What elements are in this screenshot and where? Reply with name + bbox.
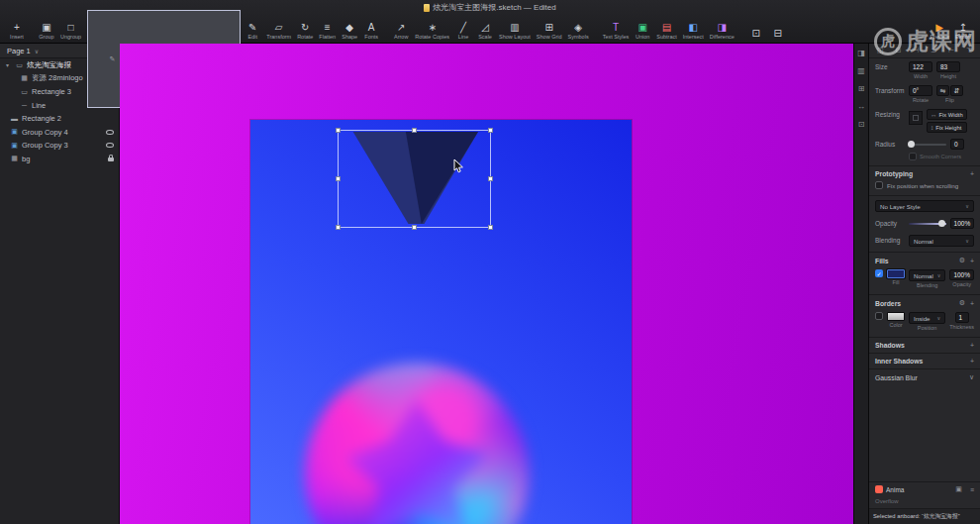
- subtract-button[interactable]: ▤ Subtract: [653, 20, 679, 42]
- selection-handle[interactable]: [412, 225, 417, 230]
- border-enabled-checkbox[interactable]: [875, 312, 883, 320]
- fix-position-checkbox[interactable]: [875, 181, 883, 189]
- fill-color-swatch[interactable]: [887, 269, 905, 278]
- line-button[interactable]: ╱ Line: [452, 20, 474, 42]
- rotate-button[interactable]: ↻ Rotate: [294, 20, 316, 42]
- align-left-icon[interactable]: ⊣: [913, 47, 919, 54]
- selection-handle[interactable]: [336, 225, 341, 230]
- menu-icon[interactable]: ≡: [970, 486, 974, 493]
- add-fill-icon[interactable]: +: [970, 258, 974, 264]
- add-prototype-icon[interactable]: +: [970, 170, 974, 177]
- artboard[interactable]: [250, 120, 632, 524]
- pyramid-shape[interactable]: [350, 132, 482, 224]
- align-top-icon[interactable]: ⊤: [966, 47, 972, 54]
- gear-icon[interactable]: ⚙: [959, 257, 965, 264]
- border-position-dropdown[interactable]: Inside ∨: [909, 312, 945, 324]
- panel-toggle-icon[interactable]: ◨: [857, 49, 865, 57]
- opacity-slider[interactable]: [909, 223, 946, 225]
- layer-name: Group Copy 4: [22, 128, 103, 137]
- overflow-row[interactable]: Overflow: [869, 496, 980, 508]
- grid-toggle-icon[interactable]: ⊞: [858, 84, 865, 93]
- height-field[interactable]: 83: [936, 61, 960, 72]
- show-layout-button[interactable]: ▥ Show Layout: [496, 20, 534, 42]
- layer-style-dropdown[interactable]: No Layer Style ∨: [875, 200, 974, 212]
- selection-handle[interactable]: [488, 176, 493, 181]
- selection-handle[interactable]: [488, 128, 493, 133]
- intersect-button[interactable]: ◧ Intersect: [680, 20, 707, 42]
- eye-icon[interactable]: [106, 130, 114, 135]
- radius-slider[interactable]: [909, 144, 946, 146]
- resizing-pin-widget[interactable]: [909, 111, 923, 125]
- fill-opacity-field[interactable]: 100%: [949, 269, 974, 280]
- layer-row[interactable]: ▣ Group Copy 3: [0, 139, 119, 153]
- lock-icon[interactable]: [108, 157, 114, 161]
- symbols-button[interactable]: ◈ Symbols: [565, 20, 592, 42]
- text-styles-button[interactable]: T Text Styles: [600, 20, 633, 42]
- shape-button[interactable]: ◆ Shape: [339, 20, 360, 42]
- show-grid-button[interactable]: ⊞ Show Grid: [534, 20, 565, 42]
- eye-icon[interactable]: [106, 143, 114, 148]
- fill-blending-dropdown[interactable]: Normal ∨: [909, 269, 945, 281]
- selection-handle[interactable]: [488, 225, 493, 230]
- distribute-horizontal-icon[interactable]: ◫: [877, 47, 884, 54]
- edit-button[interactable]: ✎ Edit: [242, 20, 263, 42]
- difference-button[interactable]: ◨ Difference: [707, 20, 737, 42]
- blob-graphic[interactable]: [305, 363, 529, 524]
- preview-button[interactable]: ▶ Preview: [927, 20, 952, 42]
- opacity-slider-knob[interactable]: [938, 220, 945, 227]
- rectangle-icon: ▭: [20, 88, 29, 96]
- layer-row[interactable]: ▣ Group Copy 4: [0, 126, 119, 140]
- width-field[interactable]: 122: [909, 61, 932, 72]
- smooth-corners-checkbox[interactable]: [909, 153, 917, 160]
- canvas[interactable]: [120, 44, 853, 524]
- distribute-vertical-icon[interactable]: ⊟: [895, 47, 901, 54]
- transform-button[interactable]: ▱ Transform: [263, 20, 294, 42]
- flatten-button[interactable]: ≡ Flatten: [316, 20, 339, 42]
- plugin-button-2[interactable]: ⊟: [767, 26, 789, 42]
- fonts-button[interactable]: A Fonts: [360, 20, 382, 42]
- ungroup-button[interactable]: □ Ungroup: [57, 20, 84, 42]
- insert-button[interactable]: + Insert: [6, 20, 28, 42]
- export-button[interactable]: ↥ Export: [952, 20, 974, 42]
- blending-dropdown[interactable]: Normal ∨: [909, 235, 974, 247]
- layout-toggle-icon[interactable]: ▥: [857, 66, 865, 75]
- toolbar-item-icon: ↻: [301, 22, 309, 33]
- add-border-icon[interactable]: +: [970, 300, 974, 307]
- radius-slider-knob[interactable]: [908, 141, 915, 148]
- fix-height-button[interactable]: ↕ Fix Height: [927, 122, 967, 133]
- group-button[interactable]: ▣ Group: [36, 20, 57, 42]
- selection-handle[interactable]: [336, 176, 341, 181]
- add-shadow-icon[interactable]: +: [970, 342, 974, 349]
- radius-field[interactable]: 0: [950, 139, 964, 150]
- toolbar-item-label: Rotate: [297, 34, 313, 40]
- selection-handle[interactable]: [336, 128, 341, 133]
- union-button[interactable]: ▣ Union: [632, 20, 653, 42]
- panel-icon[interactable]: ▣: [955, 485, 962, 493]
- folder-icon: ▣: [10, 128, 19, 136]
- align-right-icon[interactable]: ⊢: [948, 47, 954, 54]
- flip-vertical-button[interactable]: ⇵: [950, 85, 963, 96]
- toolbar-item-icon: A: [368, 22, 375, 33]
- layer-row[interactable]: ▬ Rectangle 2: [0, 112, 119, 126]
- arrow-button[interactable]: ↗ Arrow: [390, 20, 412, 42]
- rotate-field[interactable]: 0°: [909, 85, 932, 96]
- fill-sublabel: Fill: [892, 279, 899, 285]
- flip-horizontal-button[interactable]: ⇋: [936, 85, 949, 96]
- border-thickness-field[interactable]: 1: [955, 312, 969, 323]
- gear-icon[interactable]: ⚙: [959, 299, 965, 307]
- opacity-field[interactable]: 100%: [950, 218, 974, 229]
- fix-width-button[interactable]: ↔ Fix Width: [927, 109, 967, 120]
- border-color-swatch[interactable]: [887, 312, 905, 321]
- scale-button[interactable]: ◿ Scale: [474, 20, 496, 42]
- selection-handle[interactable]: [412, 128, 417, 133]
- fill-enabled-checkbox[interactable]: ✓: [875, 269, 883, 277]
- rotate-copies-button[interactable]: ∗ Rotate Copies: [412, 20, 452, 42]
- layer-row[interactable]: ✎ Rectangle 3: [87, 44, 120, 108]
- chevron-down-icon[interactable]: ∨: [969, 373, 974, 381]
- rulers-toggle-icon[interactable]: ↔: [857, 102, 865, 111]
- add-inner-shadow-icon[interactable]: +: [970, 358, 974, 365]
- layer-row[interactable]: ▦ bg: [0, 153, 119, 166]
- plugin-button-1[interactable]: ⊡: [745, 26, 767, 42]
- align-center-icon[interactable]: ⊥: [931, 47, 936, 54]
- pixels-toggle-icon[interactable]: ⊡: [858, 120, 865, 129]
